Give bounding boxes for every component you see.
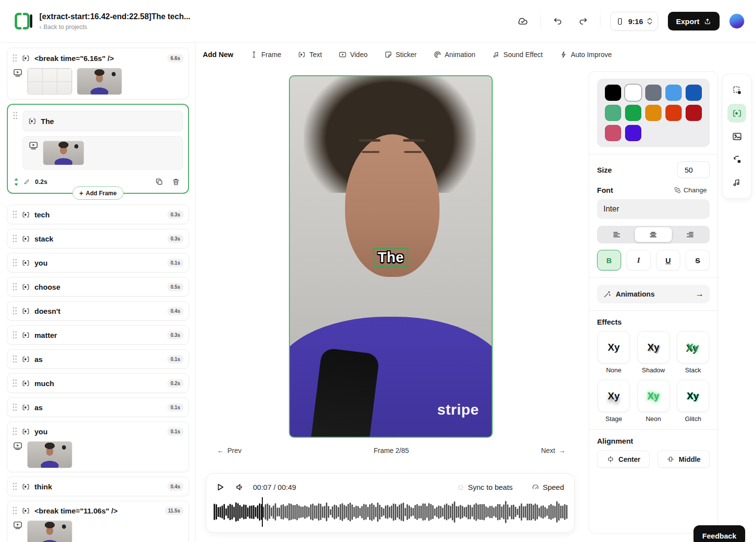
delete-segment-button[interactable] <box>170 176 182 188</box>
color-swatch[interactable] <box>625 105 641 121</box>
effect-neon[interactable]: Xy Neon <box>637 380 670 422</box>
color-swatch[interactable] <box>625 125 641 141</box>
color-swatch[interactable] <box>645 85 662 101</box>
video-thumbnail[interactable] <box>77 68 122 95</box>
feedback-button[interactable]: Feedback <box>693 525 745 542</box>
drag-handle-icon[interactable] <box>12 427 17 435</box>
export-button[interactable]: Export <box>668 12 720 30</box>
auto-improve-tool[interactable]: Auto Improve <box>559 49 613 60</box>
caption-segment-card[interactable]: <break time="11.06s" /> 11.5s <box>7 501 189 542</box>
color-swatch[interactable] <box>665 85 682 101</box>
caption-segment-card[interactable]: stack 0.3s <box>7 229 189 248</box>
add-sound-effect-tool[interactable]: Sound Effect <box>491 49 544 60</box>
drag-handle-icon[interactable] <box>12 259 17 267</box>
caption-segment-card[interactable]: tech 0.3s <box>7 205 189 224</box>
underline-button[interactable]: U <box>656 250 680 271</box>
add-frame-tool[interactable]: Frame <box>249 49 282 60</box>
color-swatch[interactable] <box>686 85 702 101</box>
add-new-button[interactable]: Add New <box>202 49 234 60</box>
animations-row[interactable]: Animations → <box>597 285 710 303</box>
video-thumbnail[interactable] <box>43 141 84 165</box>
video-thumbnail[interactable] <box>27 441 72 468</box>
drag-handle-icon[interactable] <box>12 355 17 363</box>
play-button[interactable] <box>214 481 227 494</box>
add-video-tool[interactable]: Video <box>338 49 369 60</box>
add-animation-tool[interactable]: Animation <box>433 49 476 60</box>
cloud-saved-button[interactable] <box>515 13 531 29</box>
back-to-projects-link[interactable]: ‹ Back to projects <box>39 24 190 30</box>
effect-none[interactable]: Xy None <box>597 331 630 374</box>
strikethrough-button[interactable]: S <box>686 250 710 271</box>
color-swatch[interactable] <box>605 105 621 121</box>
caption-segment-card[interactable]: much 0.2s <box>7 373 189 393</box>
prev-frame-button[interactable]: ← Prev <box>214 446 245 455</box>
drag-handle-icon[interactable] <box>12 403 17 411</box>
caption-text[interactable]: The <box>378 249 404 265</box>
effect-glitch[interactable]: Xy Glitch <box>676 380 710 422</box>
app-logo-icon[interactable] <box>13 10 32 32</box>
caption-selection-box[interactable]: The <box>373 248 408 267</box>
color-swatch[interactable] <box>686 105 702 121</box>
audio-tab[interactable] <box>727 173 746 192</box>
volume-button[interactable] <box>233 481 247 494</box>
color-swatch[interactable] <box>645 105 662 121</box>
color-swatch[interactable] <box>665 105 682 121</box>
add-frame-button[interactable]: + Add Frame <box>72 186 124 200</box>
effect-shadow[interactable]: Xy Shadow <box>637 331 670 374</box>
canvas-settings-tab[interactable] <box>727 81 746 99</box>
audio-waveform[interactable] <box>214 499 567 525</box>
undo-button[interactable] <box>551 14 566 29</box>
effect-stage[interactable]: Xy Stage <box>597 380 630 422</box>
next-frame-button[interactable]: Next → <box>538 446 568 455</box>
caption-segments-sidebar[interactable]: <break time="6.16s" /> 6.6s The <box>0 43 195 542</box>
change-font-button[interactable]: Change <box>671 186 710 194</box>
color-swatch[interactable] <box>625 85 641 101</box>
caption-segment-card[interactable]: choose 0.5s <box>7 277 189 297</box>
color-swatch[interactable] <box>605 85 621 101</box>
drag-handle-icon[interactable] <box>12 379 17 387</box>
align-center-option[interactable] <box>635 227 671 242</box>
sync-to-beats-button[interactable]: Sync to beats <box>454 482 516 492</box>
align-middle-vertical-button[interactable]: Middle <box>658 451 710 468</box>
drag-handle-icon[interactable] <box>12 211 17 218</box>
drag-handle-icon[interactable] <box>12 507 17 514</box>
drag-handle-icon[interactable] <box>12 307 17 315</box>
aspect-ratio-selector[interactable]: 9:16 <box>610 12 658 30</box>
caption-segment-card[interactable]: you 0.1s <box>7 422 189 472</box>
reorder-up-down-icon[interactable] <box>14 178 19 186</box>
drag-handle-icon[interactable] <box>12 331 17 339</box>
italic-button[interactable]: I <box>627 250 651 271</box>
color-swatch[interactable] <box>605 125 621 141</box>
drag-handle-icon[interactable] <box>13 112 18 120</box>
caption-segment-card[interactable]: you 0.1s <box>7 253 189 272</box>
transitions-tab[interactable] <box>727 150 746 169</box>
break-segment-card[interactable]: <break time="6.16s" /> 6.6s <box>7 48 189 99</box>
drag-handle-icon[interactable] <box>12 283 17 291</box>
edit-duration-pencil-icon[interactable] <box>23 178 31 185</box>
drag-handle-icon[interactable] <box>12 235 17 242</box>
video-preview-canvas[interactable]: stripe The <box>289 75 493 438</box>
redo-button[interactable] <box>575 14 590 29</box>
add-text-tool[interactable]: Text <box>297 49 323 60</box>
caption-segment-card[interactable]: matter 0.3s <box>7 325 189 345</box>
font-size-input[interactable] <box>677 161 710 178</box>
selected-segment-card[interactable]: The 0.2s + Add Frame <box>7 104 189 194</box>
document-thumbnail[interactable] <box>27 68 72 95</box>
speed-button[interactable]: Speed <box>529 482 567 492</box>
bold-button[interactable]: B <box>597 250 621 271</box>
effect-stack[interactable]: Xy Stack <box>676 331 710 374</box>
caption-segment-card[interactable]: as 0.1s <box>7 397 189 417</box>
align-center-horizontal-button[interactable]: Center <box>597 451 650 468</box>
duplicate-segment-button[interactable] <box>153 176 165 188</box>
caption-segment-card[interactable]: as 0.1s <box>7 349 189 369</box>
media-tab[interactable] <box>727 127 746 146</box>
add-sticker-tool[interactable]: Sticker <box>383 49 418 60</box>
caption-segment-card[interactable]: think 0.4s <box>7 477 189 496</box>
align-left-option[interactable] <box>598 227 635 242</box>
captions-tab[interactable] <box>727 104 746 122</box>
drag-handle-icon[interactable] <box>12 54 17 62</box>
user-avatar[interactable] <box>729 14 744 29</box>
video-thumbnail[interactable] <box>27 520 72 542</box>
caption-segment-card[interactable]: doesn't 0.4s <box>7 301 189 321</box>
drag-handle-icon[interactable] <box>12 482 17 490</box>
